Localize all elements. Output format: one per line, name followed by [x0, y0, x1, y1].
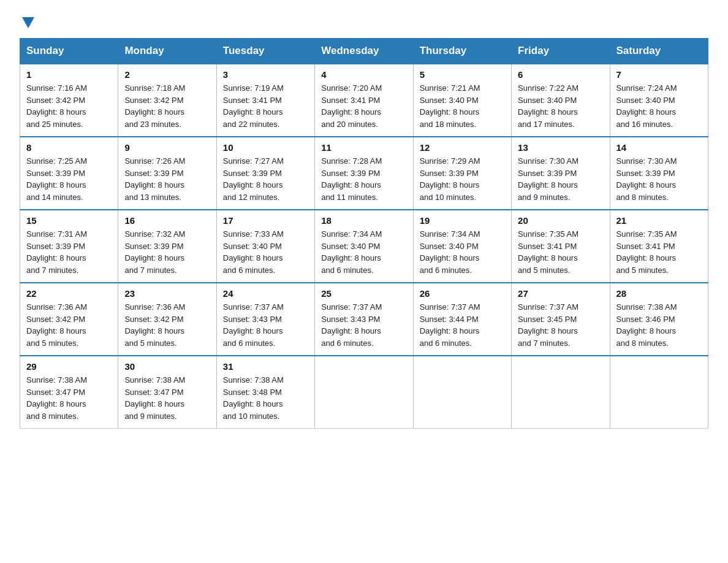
day-info: Sunrise: 7:38 AMSunset: 3:47 PMDaylight:…: [124, 375, 185, 421]
day-number: 20: [518, 215, 603, 226]
day-number: 18: [321, 215, 406, 226]
day-info: Sunrise: 7:31 AMSunset: 3:39 PMDaylight:…: [26, 229, 87, 275]
day-info: Sunrise: 7:37 AMSunset: 3:43 PMDaylight:…: [321, 302, 382, 348]
calendar-week-row: 8Sunrise: 7:25 AMSunset: 3:39 PMDaylight…: [20, 137, 708, 210]
day-info: Sunrise: 7:22 AMSunset: 3:40 PMDaylight:…: [518, 83, 578, 129]
day-number: 22: [26, 288, 112, 299]
weekday-header-sunday: Sunday: [20, 39, 118, 64]
calendar-cell: 26Sunrise: 7:37 AMSunset: 3:44 PMDayligh…: [413, 283, 511, 356]
day-number: 4: [321, 69, 406, 80]
day-info: Sunrise: 7:34 AMSunset: 3:40 PMDaylight:…: [420, 229, 480, 275]
day-number: 15: [26, 215, 112, 226]
calendar-cell: 1Sunrise: 7:16 AMSunset: 3:42 PMDaylight…: [20, 64, 118, 137]
day-number: 6: [518, 69, 603, 80]
day-number: 21: [616, 215, 702, 226]
day-info: Sunrise: 7:24 AMSunset: 3:40 PMDaylight:…: [616, 83, 677, 129]
calendar-cell: 28Sunrise: 7:38 AMSunset: 3:46 PMDayligh…: [610, 283, 708, 356]
calendar-cell: 8Sunrise: 7:25 AMSunset: 3:39 PMDaylight…: [20, 137, 118, 210]
calendar-cell: 21Sunrise: 7:35 AMSunset: 3:41 PMDayligh…: [610, 210, 708, 283]
day-number: 7: [616, 69, 702, 80]
day-number: 26: [420, 288, 505, 299]
day-number: 17: [223, 215, 308, 226]
calendar-cell: 22Sunrise: 7:36 AMSunset: 3:42 PMDayligh…: [20, 283, 118, 356]
day-number: 3: [223, 69, 308, 80]
calendar-cell: 4Sunrise: 7:20 AMSunset: 3:41 PMDaylight…: [315, 64, 413, 137]
day-number: 1: [26, 69, 112, 80]
day-number: 12: [420, 142, 505, 153]
calendar-week-row: 22Sunrise: 7:36 AMSunset: 3:42 PMDayligh…: [20, 283, 708, 356]
weekday-header-monday: Monday: [118, 39, 216, 64]
calendar-cell: 2Sunrise: 7:18 AMSunset: 3:42 PMDaylight…: [118, 64, 216, 137]
day-info: Sunrise: 7:35 AMSunset: 3:41 PMDaylight:…: [616, 229, 677, 275]
calendar-cell: 30Sunrise: 7:38 AMSunset: 3:47 PMDayligh…: [118, 356, 216, 429]
day-info: Sunrise: 7:27 AMSunset: 3:39 PMDaylight:…: [223, 156, 284, 202]
calendar-cell: 10Sunrise: 7:27 AMSunset: 3:39 PMDayligh…: [216, 137, 314, 210]
calendar-cell: 17Sunrise: 7:33 AMSunset: 3:40 PMDayligh…: [216, 210, 314, 283]
day-number: 23: [124, 288, 210, 299]
day-number: 31: [223, 361, 308, 372]
day-info: Sunrise: 7:35 AMSunset: 3:41 PMDaylight:…: [518, 229, 578, 275]
calendar-cell: 19Sunrise: 7:34 AMSunset: 3:40 PMDayligh…: [413, 210, 511, 283]
day-info: Sunrise: 7:38 AMSunset: 3:48 PMDaylight:…: [223, 375, 284, 421]
page-header: [20, 15, 708, 28]
day-number: 30: [124, 361, 210, 372]
weekday-header-friday: Friday: [512, 39, 610, 64]
day-info: Sunrise: 7:28 AMSunset: 3:39 PMDaylight:…: [321, 156, 382, 202]
calendar-cell: [315, 356, 413, 429]
weekday-header-wednesday: Wednesday: [315, 39, 413, 64]
day-number: 28: [616, 288, 702, 299]
calendar-cell: 24Sunrise: 7:37 AMSunset: 3:43 PMDayligh…: [216, 283, 314, 356]
day-info: Sunrise: 7:33 AMSunset: 3:40 PMDaylight:…: [223, 229, 284, 275]
day-number: 25: [321, 288, 406, 299]
calendar-cell: [610, 356, 708, 429]
calendar-cell: 18Sunrise: 7:34 AMSunset: 3:40 PMDayligh…: [315, 210, 413, 283]
day-info: Sunrise: 7:29 AMSunset: 3:39 PMDaylight:…: [420, 156, 480, 202]
calendar-cell: 29Sunrise: 7:38 AMSunset: 3:47 PMDayligh…: [20, 356, 118, 429]
logo-triangle-icon: [22, 17, 34, 28]
calendar-cell: 12Sunrise: 7:29 AMSunset: 3:39 PMDayligh…: [413, 137, 511, 210]
calendar-cell: 11Sunrise: 7:28 AMSunset: 3:39 PMDayligh…: [315, 137, 413, 210]
calendar-cell: 23Sunrise: 7:36 AMSunset: 3:42 PMDayligh…: [118, 283, 216, 356]
calendar-cell: 16Sunrise: 7:32 AMSunset: 3:39 PMDayligh…: [118, 210, 216, 283]
day-info: Sunrise: 7:36 AMSunset: 3:42 PMDaylight:…: [26, 302, 87, 348]
calendar-cell: 20Sunrise: 7:35 AMSunset: 3:41 PMDayligh…: [512, 210, 610, 283]
day-info: Sunrise: 7:38 AMSunset: 3:46 PMDaylight:…: [616, 302, 677, 348]
day-number: 2: [124, 69, 210, 80]
weekday-header-saturday: Saturday: [610, 39, 708, 64]
day-number: 24: [223, 288, 308, 299]
day-number: 11: [321, 142, 406, 153]
day-info: Sunrise: 7:37 AMSunset: 3:44 PMDaylight:…: [420, 302, 480, 348]
calendar-cell: 31Sunrise: 7:38 AMSunset: 3:48 PMDayligh…: [216, 356, 314, 429]
logo: [20, 15, 34, 28]
day-info: Sunrise: 7:38 AMSunset: 3:47 PMDaylight:…: [26, 375, 87, 421]
calendar-cell: 9Sunrise: 7:26 AMSunset: 3:39 PMDaylight…: [118, 137, 216, 210]
day-info: Sunrise: 7:21 AMSunset: 3:40 PMDaylight:…: [420, 83, 480, 129]
day-info: Sunrise: 7:36 AMSunset: 3:42 PMDaylight:…: [124, 302, 185, 348]
calendar-cell: 6Sunrise: 7:22 AMSunset: 3:40 PMDaylight…: [512, 64, 610, 137]
day-number: 19: [420, 215, 505, 226]
day-number: 9: [124, 142, 210, 153]
day-info: Sunrise: 7:20 AMSunset: 3:41 PMDaylight:…: [321, 83, 382, 129]
day-info: Sunrise: 7:37 AMSunset: 3:45 PMDaylight:…: [518, 302, 578, 348]
calendar-week-row: 1Sunrise: 7:16 AMSunset: 3:42 PMDaylight…: [20, 64, 708, 137]
day-number: 14: [616, 142, 702, 153]
day-number: 13: [518, 142, 603, 153]
calendar-cell: 15Sunrise: 7:31 AMSunset: 3:39 PMDayligh…: [20, 210, 118, 283]
calendar-week-row: 29Sunrise: 7:38 AMSunset: 3:47 PMDayligh…: [20, 356, 708, 429]
calendar-cell: [413, 356, 511, 429]
calendar-cell: 3Sunrise: 7:19 AMSunset: 3:41 PMDaylight…: [216, 64, 314, 137]
calendar-week-row: 15Sunrise: 7:31 AMSunset: 3:39 PMDayligh…: [20, 210, 708, 283]
calendar-cell: 27Sunrise: 7:37 AMSunset: 3:45 PMDayligh…: [512, 283, 610, 356]
day-info: Sunrise: 7:18 AMSunset: 3:42 PMDaylight:…: [124, 83, 185, 129]
day-info: Sunrise: 7:30 AMSunset: 3:39 PMDaylight:…: [518, 156, 578, 202]
day-number: 27: [518, 288, 603, 299]
weekday-header-tuesday: Tuesday: [216, 39, 314, 64]
day-info: Sunrise: 7:26 AMSunset: 3:39 PMDaylight:…: [124, 156, 185, 202]
day-info: Sunrise: 7:25 AMSunset: 3:39 PMDaylight:…: [26, 156, 87, 202]
day-info: Sunrise: 7:37 AMSunset: 3:43 PMDaylight:…: [223, 302, 284, 348]
day-info: Sunrise: 7:34 AMSunset: 3:40 PMDaylight:…: [321, 229, 382, 275]
calendar-cell: 5Sunrise: 7:21 AMSunset: 3:40 PMDaylight…: [413, 64, 511, 137]
day-number: 5: [420, 69, 505, 80]
calendar-cell: 7Sunrise: 7:24 AMSunset: 3:40 PMDaylight…: [610, 64, 708, 137]
calendar-cell: 13Sunrise: 7:30 AMSunset: 3:39 PMDayligh…: [512, 137, 610, 210]
